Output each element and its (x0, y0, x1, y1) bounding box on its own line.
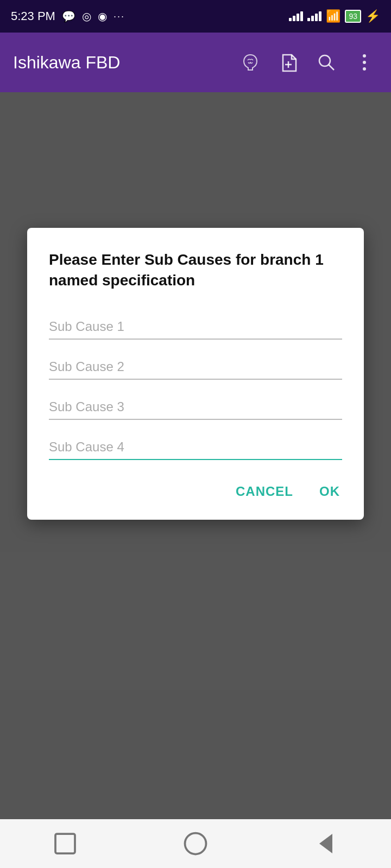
nav-bar (0, 819, 391, 868)
add-file-icon[interactable] (275, 49, 302, 76)
brain-icon[interactable] (237, 49, 264, 76)
cancel-button[interactable]: CANCEL (234, 480, 295, 503)
dialog: Please Enter Sub Causes for branch 1 nam… (27, 228, 364, 520)
dialog-actions: CANCEL OK (49, 480, 342, 503)
more-vert-icon[interactable] (351, 49, 378, 76)
signal-icon1 (289, 11, 303, 21)
charging-icon: ⚡ (365, 9, 380, 23)
ok-button[interactable]: OK (317, 480, 342, 503)
nav-square-button[interactable] (49, 827, 81, 860)
sub-cause-2-input[interactable] (49, 355, 342, 380)
svg-marker-9 (319, 834, 332, 853)
input-group-3 (49, 395, 342, 420)
svg-rect-7 (55, 834, 75, 853)
signal-icon2 (307, 11, 321, 21)
svg-point-5 (363, 61, 366, 64)
svg-point-6 (363, 67, 366, 71)
dialog-title: Please Enter Sub Causes for branch 1 nam… (49, 250, 342, 291)
sub-cause-4-input[interactable] (49, 435, 342, 460)
search-icon[interactable] (313, 49, 340, 76)
battery-indicator: 93 (345, 10, 361, 23)
back-icon (310, 827, 342, 860)
circle-icon1: ◎ (82, 10, 91, 23)
input-group-4 (49, 435, 342, 460)
status-time: 5:23 PM (11, 9, 55, 23)
svg-line-3 (329, 65, 334, 70)
app-title: Ishikawa FBD (13, 53, 226, 73)
svg-point-8 (185, 833, 206, 854)
dots-icon: ··· (113, 11, 125, 22)
nav-back-button[interactable] (310, 827, 342, 860)
circle-icon2: ◉ (98, 10, 107, 23)
square-icon (49, 827, 81, 860)
sub-cause-1-input[interactable] (49, 315, 342, 340)
svg-point-4 (363, 54, 366, 58)
msg-icon: 💬 (62, 10, 75, 23)
app-toolbar: Ishikawa FBD (0, 33, 391, 92)
sub-cause-3-input[interactable] (49, 395, 342, 420)
nav-home-button[interactable] (179, 827, 212, 860)
circle-icon (179, 827, 212, 860)
input-group-1 (49, 315, 342, 340)
input-group-2 (49, 355, 342, 380)
status-right: 📶 93 ⚡ (289, 9, 380, 23)
status-left: 5:23 PM 💬 ◎ ◉ ··· (11, 9, 125, 23)
wifi-icon: 📶 (326, 9, 340, 23)
status-bar: 5:23 PM 💬 ◎ ◉ ··· 📶 93 ⚡ (0, 0, 391, 33)
